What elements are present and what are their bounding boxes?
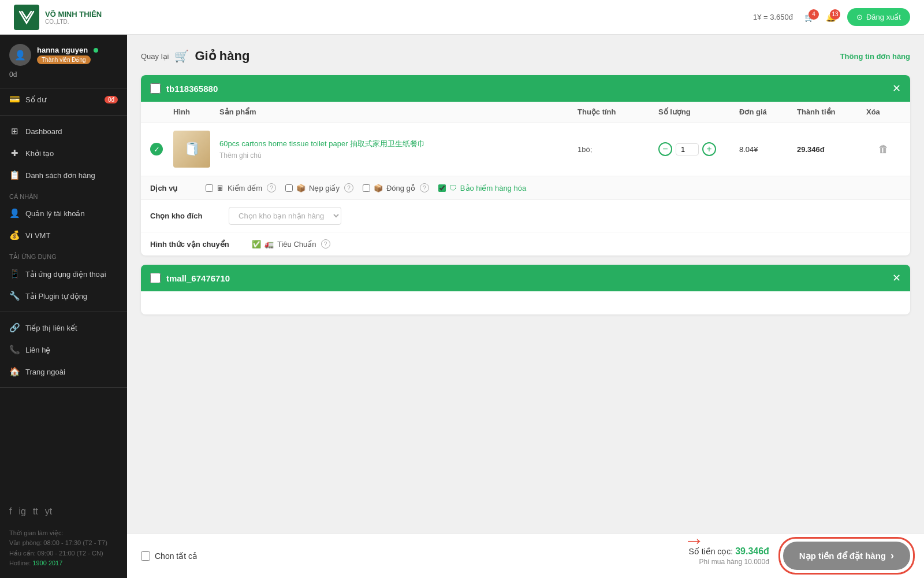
sidebar-label-tai-dt: Tải ứng dụng điện thoại [25,270,106,279]
order-btn-label: Nạp tiền để đặt hàng [799,551,886,561]
select-all-checkbox[interactable] [141,551,150,561]
logout-button[interactable]: ⊙ Đăng xuất [847,8,910,26]
warehouse-select[interactable]: Chọn kho bạn nhận hàng [229,207,341,225]
warehouse-label: Chọn kho đích [150,212,219,220]
service-dong-go[interactable]: 📦 Đóng gỗ ? [363,183,429,192]
section-tai-ung-dung: Tải ứng dụng [0,246,127,263]
close-section-2-button[interactable]: ✕ [892,272,901,284]
product-note[interactable]: Thêm ghi chú [219,151,578,160]
col-san-pham: Sản phẩm [219,108,578,116]
deposit-label: Số tiền cọc: [688,547,733,556]
qty-input[interactable] [676,143,699,155]
shipping-help-icon[interactable]: ? [321,239,330,249]
sidebar-label-khoi-tao: Khởi tạo [25,149,54,158]
facebook-link[interactable]: f [9,506,12,517]
logo-area: VÕ MINH THIÊN CO.,LTD. [14,5,102,30]
sidebar-item-tai-khoan[interactable]: 👤 Quản lý tài khoản [0,202,127,224]
fee-label: Phí mua hàng 10.000đ [688,558,769,566]
qty-increase-button[interactable]: + [702,142,716,156]
account-icon: 👤 [9,208,20,218]
empty-section-2 [141,291,910,314]
service-kiem-dem-checkbox[interactable] [206,184,213,192]
shipping-name: Tiêu Chuẩn [277,240,316,249]
order-button-wrapper: Nạp tiền để đặt hàng › [783,542,910,570]
affiliate-icon: 🔗 [9,323,20,333]
product-name-link[interactable]: 60pcs cartons home tissue toilet paper 抽… [219,139,425,148]
hotline-row: Hotline: 1900 2017 [9,558,118,569]
sidebar-label-tai-khoan: Quản lý tài khoản [25,209,85,218]
delete-product-button[interactable]: 🗑 [866,143,901,155]
sidebar-label-don-hang: Danh sách đơn hàng [25,171,95,180]
sidebar-item-dashboard[interactable]: ⊞ Dashboard [0,120,127,142]
service-nep-giay[interactable]: 📦 Nẹp giấy ? [285,183,353,192]
service-bao-hiem-checkbox[interactable] [438,184,446,192]
sidebar-item-tiep-thi[interactable]: 🔗 Tiếp thị liên kết [0,317,127,339]
product-image: 🧻 [173,131,210,168]
sidebar-item-so-du[interactable]: 💳 Số dư 0đ [0,88,127,110]
instagram-link[interactable]: ig [18,506,25,517]
close-section-1-button[interactable]: ✕ [892,82,901,95]
dong-go-help-icon[interactable]: ? [420,183,429,192]
back-link[interactable]: Quay lại [141,52,169,61]
plugin-icon: 🔧 [9,291,20,301]
product-info: 60pcs cartons home tissue toilet paper 抽… [219,139,578,160]
user-badge: Thành viên Đồng [37,55,91,64]
bao-hiem-icon: 🛡 [449,184,457,192]
service-dong-go-checkbox[interactable] [363,184,370,192]
youtube-link[interactable]: yt [45,506,52,517]
col-so-luong: Số lượng [658,108,739,116]
cart-section-1: tb118365880 ✕ Hình Sản phẩm Thuộc tính S… [141,75,910,255]
top-header: VÕ MINH THIÊN CO.,LTD. 1¥ = 3.650đ 🛒 4 🔔… [0,0,924,35]
cart-section-header-2: tmall_67476710 ✕ [141,265,910,291]
sidebar: 👤 hanna nguyen Thành viên Đồng 0đ 💳 Số d… [0,35,127,578]
col-xoa: Xóa [866,108,901,116]
order-button[interactable]: Nạp tiền để đặt hàng › [783,542,910,570]
page-title: Giỏ hàng [195,49,249,64]
sidebar-label-vi-vmt: Ví VMT [25,231,50,240]
service-kiem-dem[interactable]: 🖩 Kiểm đếm ? [206,183,276,192]
deposit-amount: 39.346đ [735,546,769,556]
services-row: Dịch vụ 🖩 Kiểm đếm ? 📦 Nẹp giấy ? 📦 Đón [141,176,910,200]
select-all-label[interactable]: Chon tất cả [155,551,198,561]
sidebar-label-dashboard: Dashboard [25,127,62,136]
kiem-dem-help-icon[interactable]: ? [267,183,276,192]
wallet-icon: 💳 [9,94,20,105]
sidebar-item-lien-he[interactable]: 📞 Liên hệ [0,339,127,361]
user-name: hanna nguyen [37,46,88,54]
cart-section-2: tmall_67476710 ✕ [141,265,910,314]
dashboard-icon: ⊞ [9,126,20,136]
dong-go-icon: 📦 [374,184,383,192]
table-row: ✓ 🧻 60pcs cartons home tissue toilet pap… [141,123,910,176]
header-right: 1¥ = 3.650đ 🛒 4 🔔 13 ⊙ Đăng xuất [753,8,910,26]
order-info-link[interactable]: Thông tin đơn hàng [840,52,910,61]
sidebar-item-vi-vmt[interactable]: 💰 Ví VMT [0,224,127,246]
tiktok-link[interactable]: tt [33,506,38,517]
warehouse-row: Chọn kho đích Chọn kho bạn nhận hàng [141,200,910,232]
arrow-right-icon: › [891,550,894,562]
sidebar-item-khoi-tao[interactable]: ✚ Khởi tạo [0,142,127,164]
service-nep-giay-checkbox[interactable] [285,184,293,192]
notification-button[interactable]: 🔔 13 [826,13,836,22]
section-checkbox-1[interactable] [150,83,161,94]
nep-giay-icon: 📦 [296,184,305,192]
sidebar-item-trang-ngoai[interactable]: 🏠 Trang ngoài [0,361,127,383]
sidebar-item-tai-plugin[interactable]: 🔧 Tải Plugin tự động [0,285,127,307]
service-bao-hiem[interactable]: 🛡 Bảo hiểm hàng hóa [438,184,526,192]
external-icon: 🏠 [9,366,20,377]
total-price: 29.346đ [797,145,866,154]
wallet2-icon: 💰 [9,230,20,240]
online-indicator [94,48,98,53]
sidebar-item-don-hang[interactable]: 📋 Danh sách đơn hàng [0,164,127,186]
nep-giay-help-icon[interactable]: ? [344,183,353,192]
qty-decrease-button[interactable]: − [658,142,672,156]
select-all-area: Chon tất cả [141,551,198,561]
cart-button[interactable]: 🛒 4 [804,13,814,22]
sidebar-label-tiep-thi: Tiếp thị liên kết [25,324,77,332]
orders-icon: 📋 [9,170,20,180]
logo-name: VÕ MINH THIÊN [45,10,102,18]
logo-icon [14,5,39,30]
logo-text: VÕ MINH THIÊN CO.,LTD. [45,10,102,25]
sidebar-item-tai-dt[interactable]: 📱 Tải ứng dụng điện thoại [0,263,127,285]
logo-sub: CO.,LTD. [45,18,102,25]
section-checkbox-2[interactable] [150,273,161,283]
